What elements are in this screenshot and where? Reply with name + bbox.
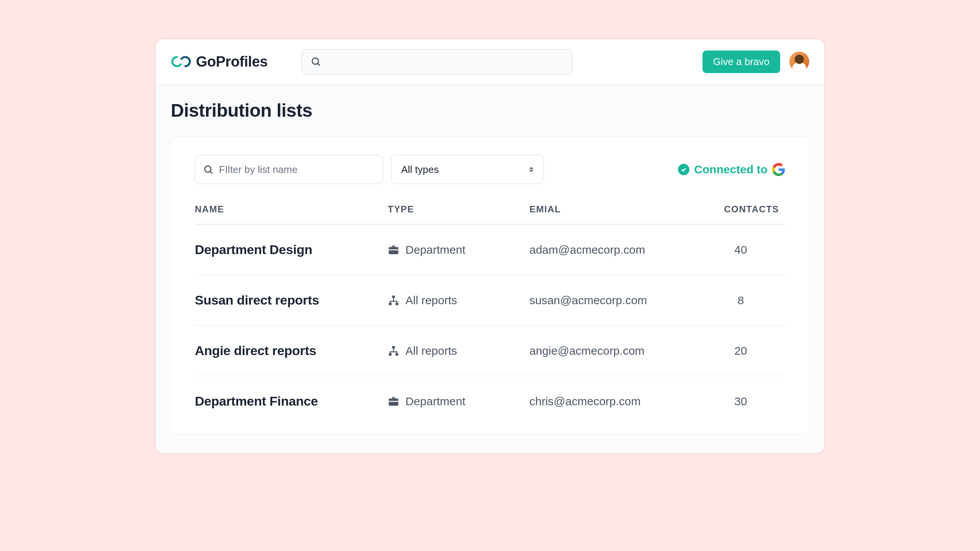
check-icon: [678, 164, 689, 175]
svg-rect-4: [392, 295, 395, 298]
svg-rect-9: [395, 353, 399, 355]
svg-line-1: [318, 64, 320, 66]
column-header-contacts[interactable]: CONTACTS: [702, 204, 779, 215]
svg-rect-6: [395, 303, 399, 305]
search-icon: [310, 56, 321, 67]
table-row[interactable]: Angie direct reports All reports angie@a…: [195, 326, 785, 376]
table-header: NAME TYPE EMIAL CONTACTS: [195, 204, 785, 225]
row-type-label: Department: [405, 243, 466, 256]
row-name: Department Design: [195, 242, 388, 257]
svg-rect-5: [389, 303, 392, 305]
toolbar: All types Connected to: [195, 155, 785, 184]
row-name: Department Finance: [195, 394, 388, 409]
row-email: adam@acmecorp.com: [529, 243, 702, 256]
row-contacts: 40: [702, 243, 779, 256]
page-body: Distribution lists All types: [155, 85, 825, 453]
row-contacts: 20: [702, 344, 779, 357]
row-type: All reports: [388, 294, 529, 307]
filter-input-wrapper[interactable]: [195, 155, 383, 184]
row-type-label: All reports: [405, 294, 457, 307]
row-type-label: Department: [405, 395, 466, 408]
select-arrows-icon: [529, 167, 534, 172]
logo-text: GoProfiles: [196, 54, 268, 70]
column-header-type[interactable]: TYPE: [388, 204, 529, 215]
row-contacts: 30: [702, 395, 779, 408]
column-header-email[interactable]: EMIAL: [529, 204, 702, 215]
connection-status: Connected to: [678, 163, 785, 176]
row-name: Angie direct reports: [195, 343, 388, 358]
content-card: All types Connected to: [171, 136, 809, 434]
table-row[interactable]: Department Design Department adam@acmeco…: [195, 225, 785, 275]
svg-point-0: [312, 58, 318, 64]
header: GoProfiles Give a bravo: [155, 39, 825, 85]
briefcase-icon: [388, 244, 399, 256]
filter-input[interactable]: [219, 164, 375, 176]
row-type: Department: [388, 395, 529, 408]
search-icon: [203, 164, 214, 175]
table-row[interactable]: Department Finance Department chris@acme…: [195, 376, 785, 426]
app-window: GoProfiles Give a bravo Distribution lis…: [155, 38, 825, 454]
google-icon: [772, 163, 785, 176]
column-header-name[interactable]: NAME: [195, 204, 388, 215]
row-contacts: 8: [702, 294, 779, 307]
hierarchy-icon: [388, 345, 399, 357]
briefcase-icon: [388, 396, 399, 407]
search-bar[interactable]: [302, 49, 573, 74]
row-email: angie@acmecorp.com: [529, 344, 702, 357]
row-email: susan@acmecorp.com: [529, 294, 702, 307]
svg-line-3: [210, 171, 212, 174]
row-email: chris@acmecorp.com: [529, 395, 702, 408]
page-title: Distribution lists: [171, 100, 809, 121]
svg-rect-7: [392, 346, 395, 348]
give-bravo-button[interactable]: Give a bravo: [702, 51, 780, 73]
svg-point-2: [205, 166, 211, 172]
svg-rect-8: [389, 353, 392, 355]
type-select-label: All types: [401, 164, 439, 176]
row-name: Susan direct reports: [195, 293, 388, 308]
logo[interactable]: GoProfiles: [171, 54, 268, 70]
distribution-lists-table: NAME TYPE EMIAL CONTACTS Department Desi…: [195, 204, 785, 426]
row-type-label: All reports: [405, 344, 457, 357]
table-row[interactable]: Susan direct reports All reports susan@a…: [195, 275, 785, 326]
row-type: Department: [388, 243, 529, 256]
connection-text: Connected to: [694, 163, 768, 176]
avatar[interactable]: [789, 52, 809, 72]
type-select[interactable]: All types: [391, 155, 544, 184]
logo-icon: [171, 54, 192, 69]
hierarchy-icon: [388, 295, 399, 306]
row-type: All reports: [388, 344, 529, 357]
